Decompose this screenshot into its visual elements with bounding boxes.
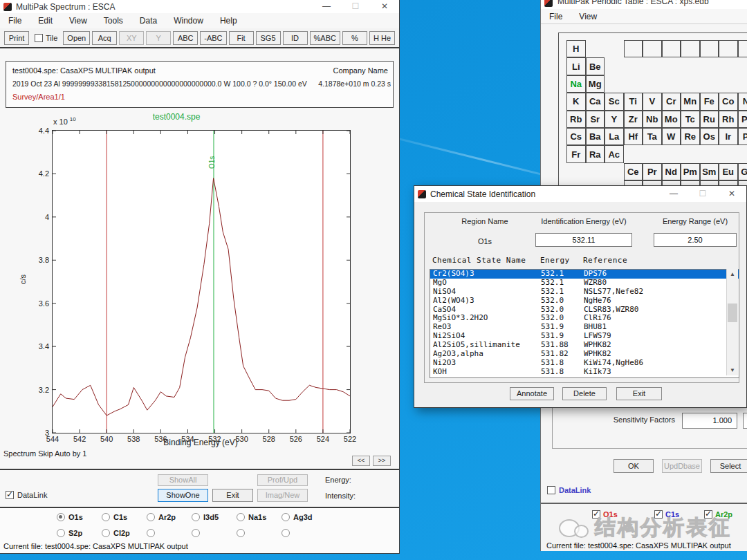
element-Ti[interactable]: Ti xyxy=(624,93,643,110)
prev-spectrum-button[interactable]: << xyxy=(352,456,370,466)
element-Fr[interactable]: Fr xyxy=(566,145,586,162)
element-Ca[interactable]: Ca xyxy=(586,93,605,110)
select-button[interactable]: Select xyxy=(710,459,747,473)
menu-file[interactable]: File xyxy=(541,12,571,21)
element-empty[interactable] xyxy=(700,40,719,57)
show-one-button[interactable]: ShowOne xyxy=(158,489,208,502)
datalink-toggle[interactable]: DataLink xyxy=(547,486,591,494)
region-radio-empty[interactable] xyxy=(192,528,203,538)
element-empty[interactable] xyxy=(719,40,738,57)
percent-abc-button[interactable]: %ABC xyxy=(310,31,340,45)
element-empty[interactable] xyxy=(681,40,700,57)
element-Be[interactable]: Be xyxy=(586,57,605,75)
chemical-state-row[interactable]: Cr2(SO4)3532.1DPS76 xyxy=(430,270,739,279)
menu-help[interactable]: Help xyxy=(212,16,246,26)
element-Pt[interactable]: Pt xyxy=(738,128,747,145)
c1s-checkbox[interactable] xyxy=(654,510,663,519)
sensitivity-factor-input-2[interactable] xyxy=(743,413,747,429)
chemical-state-row[interactable]: NiSO4532.1NSLS77,Nefe82 xyxy=(430,288,739,297)
element-Gd[interactable]: Gd xyxy=(738,163,747,180)
element-empty[interactable] xyxy=(738,40,747,57)
maximize-icon[interactable]: ☐ xyxy=(341,0,370,13)
element-Eu[interactable]: Eu xyxy=(719,163,738,180)
menu-tools[interactable]: Tools xyxy=(95,16,131,26)
print-button[interactable]: Print xyxy=(4,31,29,45)
close-icon[interactable]: ✕ xyxy=(370,0,399,13)
element-Mo[interactable]: Mo xyxy=(662,111,681,128)
region-checkbox-ar2p[interactable]: Ar2p xyxy=(704,510,732,519)
ar2p-checkbox[interactable] xyxy=(704,510,712,519)
datalink-checkbox[interactable] xyxy=(6,491,14,499)
exit-button[interactable]: Exit xyxy=(616,387,662,400)
element-Rh[interactable]: Rh xyxy=(719,111,738,128)
title-bar[interactable]: MultiPak Periodic Table : ESCA : xps.edb xyxy=(541,0,747,9)
ok-button[interactable]: OK xyxy=(614,459,654,473)
element-Hf[interactable]: Hf xyxy=(624,128,643,145)
spectrum-plot[interactable]: 33.23.43.63.844.24.4 5445425405385365345… xyxy=(52,130,351,433)
element-Mg[interactable]: Mg xyxy=(586,75,605,93)
region-radio-O1s[interactable]: O1s xyxy=(57,512,83,522)
element-Pm[interactable]: Pm xyxy=(681,163,700,180)
element-Ta[interactable]: Ta xyxy=(643,128,662,145)
element-Ac[interactable]: Ac xyxy=(605,145,624,162)
element-Sc[interactable]: Sc xyxy=(605,93,624,110)
region-radio-Na1s[interactable]: Na1s xyxy=(237,512,266,522)
menu-window[interactable]: Window xyxy=(165,16,212,26)
element-Fe[interactable]: Fe xyxy=(700,93,719,110)
menu-edit[interactable]: Edit xyxy=(30,16,61,26)
title-bar[interactable]: Chemical State Identification — ☐ ✕ xyxy=(414,186,746,202)
element-Cr[interactable]: Cr xyxy=(662,93,681,110)
region-radio-Ag3d[interactable]: Ag3d xyxy=(282,512,313,522)
element-Sr[interactable]: Sr xyxy=(586,111,605,128)
element-Ru[interactable]: Ru xyxy=(700,111,719,128)
region-radio-C1s[interactable]: C1s xyxy=(102,512,127,522)
region-checkbox-c1s[interactable]: C1s xyxy=(654,510,679,519)
element-Pr[interactable]: Pr xyxy=(643,163,662,180)
element-Rb[interactable]: Rb xyxy=(566,111,586,128)
chemical-state-row[interactable]: Ni2O3531.8KiWi74,NgHe86 xyxy=(430,359,739,368)
menu-view[interactable]: View xyxy=(61,16,95,26)
element-Ba[interactable]: Ba xyxy=(586,128,605,145)
region-radio-Cl2p[interactable]: Cl2p xyxy=(102,528,130,538)
element-Zr[interactable]: Zr xyxy=(624,111,643,128)
region-radio-empty[interactable] xyxy=(237,528,248,538)
element-Os[interactable]: Os xyxy=(700,128,719,145)
minimize-icon[interactable]: — xyxy=(312,0,341,13)
element-Sm[interactable]: Sm xyxy=(700,163,719,180)
element-Co[interactable]: Co xyxy=(719,93,738,110)
element-La[interactable]: La xyxy=(605,128,624,145)
menu-file[interactable]: File xyxy=(0,16,30,26)
element-Cs[interactable]: Cs xyxy=(566,128,586,145)
chemical-state-row[interactable]: KOH531.8KiIk73 xyxy=(430,368,739,377)
next-spectrum-button[interactable]: >> xyxy=(373,456,391,466)
region-checkbox-o1s[interactable]: O1s xyxy=(592,510,618,519)
scrollbar-thumb[interactable] xyxy=(728,304,737,322)
element-H[interactable]: H xyxy=(566,40,586,57)
element-Ce[interactable]: Ce xyxy=(624,163,643,180)
acq-button[interactable]: Acq xyxy=(92,31,117,45)
energy-range-input[interactable]: 2.50 xyxy=(654,233,737,247)
element-empty[interactable] xyxy=(662,40,681,57)
region-radio-empty[interactable] xyxy=(282,528,293,538)
datalink-toggle[interactable]: DataLink xyxy=(6,491,47,499)
scroll-up-icon[interactable]: ▲ xyxy=(727,269,738,279)
element-Li[interactable]: Li xyxy=(566,57,586,75)
element-Pd[interactable]: Pd xyxy=(738,111,747,128)
annotate-button[interactable]: Annotate xyxy=(510,387,554,400)
element-V[interactable]: V xyxy=(643,93,662,110)
sg5-button[interactable]: SG5 xyxy=(256,31,281,45)
h-he-button[interactable]: H He xyxy=(369,31,395,45)
chemical-state-row[interactable]: MgO532.1WZR80 xyxy=(430,279,739,288)
element-Tc[interactable]: Tc xyxy=(681,111,700,128)
element-Mn[interactable]: Mn xyxy=(681,93,700,110)
menu-view[interactable]: View xyxy=(571,12,605,21)
element-Ni[interactable]: Ni xyxy=(738,93,747,110)
chemical-state-row[interactable]: Al2(WO4)3532.0NgHe76 xyxy=(430,297,739,306)
exit-button[interactable]: Exit xyxy=(212,489,253,502)
fit-button[interactable]: Fit xyxy=(229,31,254,45)
neg-abc-button[interactable]: -ABC xyxy=(200,31,226,45)
abc-button[interactable]: ABC xyxy=(173,31,198,45)
o1s-checkbox[interactable] xyxy=(592,510,600,519)
element-Re[interactable]: Re xyxy=(681,128,700,145)
element-Y[interactable]: Y xyxy=(605,111,624,128)
